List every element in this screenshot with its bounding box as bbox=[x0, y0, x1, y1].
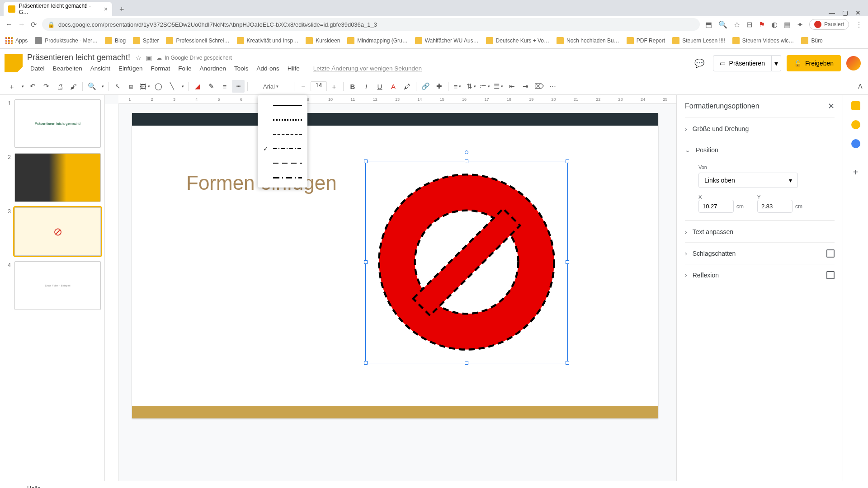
canvas-area[interactable]: 1234567891011121314151617181920212223242… bbox=[105, 95, 676, 481]
resize-handle[interactable] bbox=[465, 361, 468, 365]
shadow-checkbox[interactable] bbox=[826, 249, 835, 258]
maximize-icon[interactable]: ▢ bbox=[842, 9, 848, 16]
star-icon[interactable]: ☆ bbox=[734, 20, 740, 29]
new-tab-button[interactable]: + bbox=[116, 3, 128, 16]
profile-button[interactable]: Pausiert bbox=[809, 19, 849, 30]
zoom-dropdown[interactable] bbox=[99, 80, 105, 93]
image-button[interactable]: 🖼 bbox=[138, 80, 151, 93]
y-input[interactable] bbox=[757, 200, 793, 213]
resize-handle[interactable] bbox=[364, 260, 368, 264]
print-button[interactable]: 🖨 bbox=[53, 80, 66, 93]
dash-option-longdash[interactable] bbox=[258, 156, 307, 170]
line-dropdown[interactable] bbox=[179, 80, 185, 93]
bold-button[interactable]: B bbox=[346, 80, 359, 93]
bookmark-item[interactable]: Später bbox=[133, 37, 159, 44]
star-icon[interactable]: ☆ bbox=[136, 54, 142, 61]
slides-logo-icon[interactable] bbox=[5, 54, 23, 72]
bookmark-item[interactable]: Mindmapping (Gru… bbox=[347, 37, 407, 44]
slide-panel[interactable]: 1 Präsentieren leicht gemacht! 2 3 ⊘ 4 E… bbox=[0, 95, 105, 481]
section-text-fit[interactable]: › Text anpassen bbox=[685, 221, 835, 242]
bookmark-item[interactable]: Steuern Videos wic… bbox=[732, 37, 794, 44]
section-size-rotation[interactable]: › Größe und Drehung bbox=[685, 117, 835, 139]
link-button[interactable]: 🔗 bbox=[419, 80, 432, 93]
dash-option-dashed[interactable] bbox=[258, 127, 307, 141]
highlight-button[interactable]: 🖍 bbox=[401, 80, 413, 93]
border-dash-button[interactable]: ┅ bbox=[232, 80, 245, 93]
section-drop-shadow[interactable]: › Schlagschatten bbox=[685, 242, 835, 264]
more-tools-button[interactable]: ⋯ bbox=[546, 80, 559, 93]
browser-tab[interactable]: Präsentieren leicht gemacht! - G… × bbox=[4, 2, 112, 16]
select-tool[interactable]: ↖ bbox=[111, 80, 124, 93]
calendar-icon[interactable] bbox=[851, 101, 860, 110]
present-dropdown[interactable]: ▾ bbox=[772, 55, 781, 71]
bookmark-item[interactable]: Wahlfächer WU Aus… bbox=[415, 37, 479, 44]
close-window-icon[interactable]: ✕ bbox=[855, 9, 861, 16]
menu-insert[interactable]: Einfügen bbox=[115, 63, 146, 74]
italic-button[interactable]: I bbox=[360, 80, 373, 93]
bookmark-item[interactable]: Kreativität und Insp… bbox=[237, 37, 299, 44]
menu-help[interactable]: Hilfe bbox=[284, 63, 303, 74]
tasks-icon[interactable] bbox=[851, 139, 860, 148]
reflection-checkbox[interactable] bbox=[826, 271, 835, 279]
slide-thumb-2[interactable]: 2 bbox=[4, 153, 101, 202]
align-button[interactable]: ≡ bbox=[451, 80, 464, 93]
document-title[interactable]: Präsentieren leicht gemacht! bbox=[27, 53, 130, 62]
border-color-button[interactable]: ✎ bbox=[205, 80, 217, 93]
cast-icon[interactable]: ▤ bbox=[784, 20, 791, 29]
menu-slide[interactable]: Folie bbox=[175, 63, 194, 74]
shape-button[interactable]: ◯ bbox=[152, 80, 165, 93]
reader-icon[interactable]: ⊟ bbox=[746, 20, 752, 29]
new-slide-button[interactable]: + bbox=[5, 80, 18, 93]
more-icon[interactable]: ⋮ bbox=[855, 20, 863, 29]
minimize-icon[interactable]: — bbox=[829, 9, 835, 16]
section-reflection[interactable]: › Reflexion bbox=[685, 264, 835, 286]
section-position[interactable]: ⌄ Position bbox=[685, 139, 835, 161]
share-button[interactable]: 🔒 Freigeben bbox=[787, 55, 841, 71]
rotate-handle[interactable] bbox=[465, 150, 468, 154]
menu-arrange[interactable]: Anordnen bbox=[196, 63, 229, 74]
resize-handle[interactable] bbox=[566, 160, 569, 163]
forward-button[interactable]: → bbox=[18, 20, 25, 28]
line-spacing-button[interactable]: ⇅ bbox=[465, 80, 477, 93]
bookmark-item[interactable]: Büro bbox=[801, 37, 822, 44]
comments-button[interactable]: 💬 bbox=[691, 55, 708, 71]
font-size-input[interactable]: 14 bbox=[311, 81, 327, 91]
menu-tools[interactable]: Tools bbox=[231, 63, 252, 74]
clear-formatting-button[interactable]: ⌦ bbox=[533, 80, 545, 93]
drive-status[interactable]: ☁ In Google Drive gespeichert bbox=[156, 54, 232, 61]
slide-thumb-1[interactable]: 1 Präsentieren leicht gemacht! bbox=[4, 99, 101, 148]
bookmark-item[interactable]: Blog bbox=[105, 37, 126, 44]
resize-handle[interactable] bbox=[566, 260, 569, 264]
resize-handle[interactable] bbox=[364, 361, 368, 365]
close-panel-button[interactable]: ✕ bbox=[828, 101, 835, 111]
bookmark-item[interactable]: Steuern Lesen !!!! bbox=[672, 37, 725, 44]
present-button[interactable]: ▭ Präsentieren bbox=[713, 55, 772, 71]
dash-option-dashdot[interactable]: ✓ bbox=[258, 141, 307, 156]
undo-button[interactable]: ↶ bbox=[26, 80, 39, 93]
bulleted-list-button[interactable]: ☰ bbox=[492, 80, 505, 93]
speaker-notes[interactable]: Hallo bbox=[0, 481, 868, 488]
dash-option-dotted[interactable] bbox=[258, 113, 307, 127]
menu-edit[interactable]: Bearbeiten bbox=[50, 63, 85, 74]
reload-button[interactable]: ⟳ bbox=[31, 20, 37, 29]
back-button[interactable]: ← bbox=[5, 20, 13, 28]
menu-view[interactable]: Ansicht bbox=[87, 63, 113, 74]
decrease-font-button[interactable]: − bbox=[297, 80, 310, 93]
bookmark-item[interactable]: Professionell Schrei… bbox=[166, 37, 229, 44]
font-selector[interactable]: Arial bbox=[250, 80, 291, 93]
collapse-toolbar-button[interactable]: ᐱ bbox=[858, 83, 863, 90]
selection-box[interactable] bbox=[365, 161, 568, 363]
menu-format[interactable]: Format bbox=[147, 63, 173, 74]
comment-button[interactable]: ✚ bbox=[433, 80, 445, 93]
paint-format-button[interactable]: 🖌 bbox=[67, 80, 80, 93]
install-icon[interactable]: ⬒ bbox=[705, 20, 712, 29]
redo-button[interactable]: ↷ bbox=[40, 80, 52, 93]
extensions-icon[interactable]: ✦ bbox=[797, 20, 803, 29]
resize-handle[interactable] bbox=[566, 361, 569, 365]
text-color-button[interactable]: A bbox=[387, 80, 400, 93]
last-change-link[interactable]: Letzte Änderung vor wenigen Sekunden bbox=[310, 63, 425, 74]
zoom-button[interactable]: 🔍 bbox=[85, 80, 98, 93]
slide-canvas[interactable]: Formen einfügen bbox=[132, 113, 658, 418]
dash-option-longdashdot[interactable] bbox=[258, 170, 307, 185]
url-input[interactable]: 🔒 docs.google.com/presentation/d/1yV372S… bbox=[42, 18, 700, 31]
